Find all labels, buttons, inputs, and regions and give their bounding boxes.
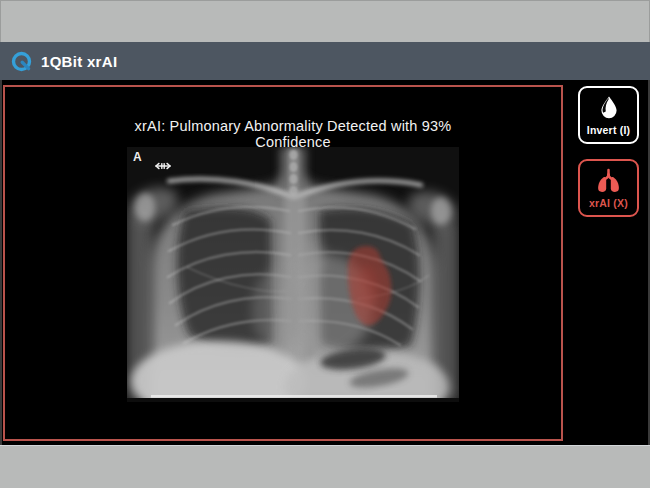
chest-xray-image [127,147,459,402]
finding-title: xrAI: Pulmonary Abnormality Detected wit… [127,118,459,150]
xray-image-viewport[interactable]: A [127,147,459,402]
orientation-marker-label: A [133,150,142,164]
q-logo-icon[interactable] [10,50,33,73]
bottom-bezel [0,445,650,488]
app-header: 1QBit xrAI [0,42,650,80]
lungs-icon [595,168,622,193]
app-window: 1QBit xrAI xrAI: Pulmonary Abnormality D… [0,0,650,488]
xrai-toggle-button[interactable]: xrAI (X) [578,159,639,217]
viewer-stage: 1QBit xrAI xrAI: Pulmonary Abnormality D… [0,42,650,445]
invert-colors-droplet-icon [596,94,622,120]
invert-button-label: Invert (I) [587,124,630,136]
brand-title: 1QBit xrAI [41,53,117,70]
invert-button[interactable]: Invert (I) [578,86,639,144]
xrai-button-label: xrAI (X) [589,197,628,209]
horizontal-measure-arrows-icon [154,157,172,175]
